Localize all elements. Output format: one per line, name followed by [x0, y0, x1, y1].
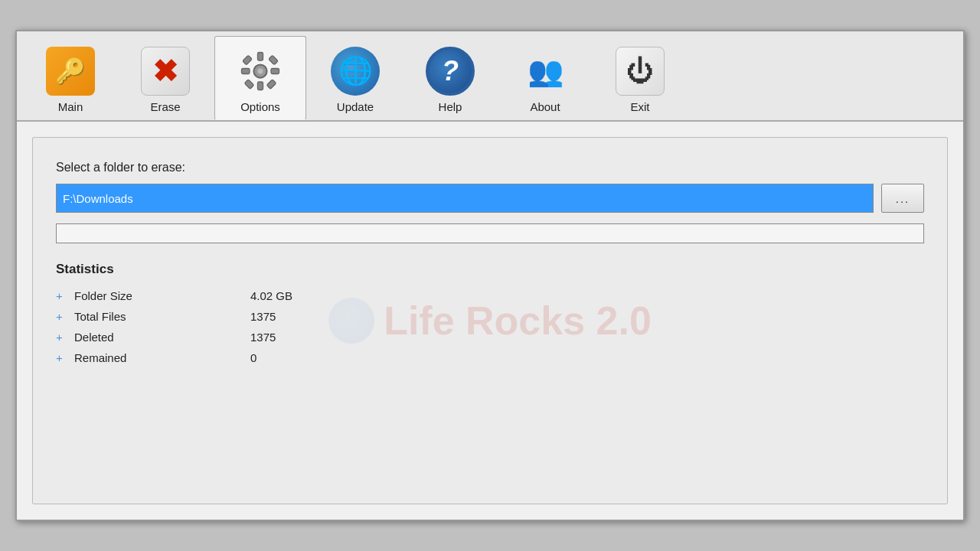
- content-area: Life Rocks 2.0 Select a folder to erase:…: [32, 137, 948, 504]
- stat-value-total-files: 1375: [250, 310, 276, 323]
- tab-main[interactable]: Main: [24, 36, 116, 120]
- stat-key-folder-size: Folder Size: [74, 289, 250, 302]
- tab-options[interactable]: Options: [214, 36, 306, 120]
- toolbar: Main Erase: [17, 31, 963, 122]
- help-label: Help: [439, 100, 462, 113]
- svg-rect-6: [269, 55, 278, 64]
- about-icon: 👥: [521, 47, 570, 96]
- tab-update[interactable]: Update: [309, 36, 401, 120]
- erase-label: Erase: [150, 100, 180, 113]
- svg-rect-7: [244, 80, 253, 89]
- stat-value-folder-size: 4.02 GB: [250, 289, 292, 302]
- stat-plus-icon-3: +: [56, 351, 70, 364]
- update-label: Update: [337, 100, 374, 113]
- tab-about[interactable]: 👥 About: [499, 36, 591, 120]
- svg-rect-1: [258, 53, 263, 61]
- folder-path-input[interactable]: [56, 184, 874, 213]
- options-label: Options: [240, 100, 280, 113]
- stat-row-total-files: + Total Files 1375: [56, 310, 924, 323]
- svg-rect-5: [243, 55, 252, 64]
- stat-row-deleted: + Deleted 1375: [56, 331, 924, 344]
- folder-row: ...: [56, 184, 924, 213]
- update-icon: [331, 47, 380, 96]
- exit-label: Exit: [630, 100, 649, 113]
- about-label: About: [530, 100, 560, 113]
- stat-plus-icon-1: +: [56, 310, 70, 323]
- stat-value-deleted: 1375: [250, 331, 276, 344]
- stat-value-remained: 0: [250, 351, 256, 364]
- select-folder-label: Select a folder to erase:: [56, 161, 924, 174]
- tab-erase[interactable]: Erase: [119, 36, 211, 120]
- svg-rect-2: [258, 82, 263, 90]
- main-label: Main: [58, 100, 83, 113]
- tab-help[interactable]: ? Help: [404, 36, 496, 120]
- app-window: Main Erase: [15, 30, 965, 521]
- stat-key-total-files: Total Files: [74, 310, 250, 323]
- svg-rect-4: [271, 69, 279, 74]
- stat-key-remained: Remained: [74, 351, 250, 364]
- exit-icon: [616, 47, 665, 96]
- main-icon: [46, 47, 95, 96]
- erase-icon: [141, 47, 190, 96]
- statistics-title: Statistics: [56, 262, 924, 277]
- progress-bar-container: [56, 223, 924, 243]
- stat-row-remained: + Remained 0: [56, 351, 924, 364]
- stat-row-folder-size: + Folder Size 4.02 GB: [56, 289, 924, 302]
- browse-button[interactable]: ...: [881, 184, 924, 213]
- svg-rect-8: [266, 80, 276, 89]
- stat-plus-icon-2: +: [56, 331, 70, 344]
- tab-exit[interactable]: Exit: [594, 36, 686, 120]
- options-icon: [236, 47, 285, 96]
- svg-rect-3: [242, 69, 250, 74]
- stat-plus-icon-0: +: [56, 289, 70, 302]
- stat-key-deleted: Deleted: [74, 331, 250, 344]
- svg-point-10: [258, 69, 263, 74]
- statistics-section: Statistics + Folder Size 4.02 GB + Total…: [56, 262, 924, 364]
- help-icon: ?: [426, 47, 475, 96]
